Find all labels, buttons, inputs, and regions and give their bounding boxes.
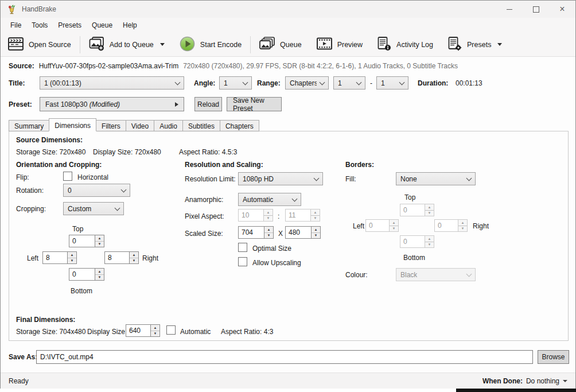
scaled-width-spinner[interactable]: 704 ▲▼ <box>238 226 274 239</box>
presets-panel-button[interactable]: Presets <box>441 35 509 55</box>
spin-down-icon[interactable]: ▼ <box>95 275 104 281</box>
anamorphic-value: Automatic <box>243 196 273 204</box>
tab-filters[interactable]: Filters <box>96 120 126 131</box>
spin-up-icon[interactable]: ▲ <box>130 252 138 258</box>
spinner-buttons: ▲▼ <box>425 204 434 216</box>
display-size-value: 640 <box>126 324 150 337</box>
spin-up-icon[interactable]: ▲ <box>312 227 320 233</box>
close-button[interactable]: × <box>549 1 575 18</box>
spin-down-icon[interactable]: ▼ <box>264 233 273 239</box>
save-as-input[interactable] <box>36 350 533 364</box>
preview-button[interactable]: Preview <box>309 35 370 55</box>
crop-top-spinner[interactable]: 0 ▲▼ <box>69 235 104 247</box>
spin-down-icon[interactable]: ▼ <box>151 331 159 337</box>
tab-subtitles[interactable]: Subtitles <box>182 120 220 131</box>
reload-button[interactable]: Reload <box>194 97 222 111</box>
spin-up-icon[interactable]: ▲ <box>264 227 273 233</box>
pad-top-label: Top <box>404 193 415 201</box>
chevron-down-icon <box>121 187 127 192</box>
save-new-preset-label: Save New Preset <box>233 96 275 112</box>
film-frame-play-icon <box>317 37 332 52</box>
spinner-buttons: ▲▼ <box>311 226 321 239</box>
open-source-button[interactable]: Open Source <box>1 35 79 55</box>
menu-help[interactable]: Help <box>118 19 142 32</box>
menu-bar: File Tools Presets Queue Help <box>1 18 575 33</box>
start-encode-label: Start Encode <box>200 41 242 49</box>
final-dimensions-heading: Final Dimensions: <box>16 316 75 324</box>
add-to-queue-button[interactable]: Add to Queue <box>81 35 172 55</box>
tab-chapters[interactable]: Chapters <box>220 120 259 131</box>
chevron-down-icon <box>314 175 320 181</box>
rotation-label: Rotation: <box>16 187 44 195</box>
title-select[interactable]: 1 (00:01:13) <box>40 76 184 90</box>
allow-upscaling-checkbox[interactable] <box>238 257 247 266</box>
menu-tools[interactable]: Tools <box>26 19 53 32</box>
rotation-select[interactable]: 0 <box>63 184 130 197</box>
scaled-height-spinner[interactable]: 480 ▲▼ <box>285 226 321 239</box>
queue-button[interactable]: Queue <box>252 35 309 55</box>
tab-summary[interactable]: Summary <box>9 120 49 131</box>
dimensions-panel: Source Dimensions: Storage Size: 720x480… <box>9 131 569 341</box>
resolution-limit-select[interactable]: 1080p HD <box>238 172 323 185</box>
fill-select[interactable]: None <box>396 172 476 185</box>
browse-button[interactable]: Browse <box>538 350 569 364</box>
rotation-value: 0 <box>68 187 72 195</box>
tab-dimensions[interactable]: Dimensions <box>49 118 96 131</box>
when-done-dropdown[interactable]: When Done: Do nothing <box>482 377 575 385</box>
activity-log-button[interactable]: Activity Log <box>370 35 441 55</box>
spin-down-icon[interactable]: ▼ <box>130 258 138 264</box>
start-encode-button[interactable]: Start Encode <box>172 35 249 55</box>
flip-label: Flip: <box>16 173 29 181</box>
anamorphic-select[interactable]: Automatic <box>238 193 301 206</box>
range-start-select[interactable]: 1 <box>333 76 365 90</box>
pixel-aspect-y-spinner: 11 ▲▼ <box>285 209 320 222</box>
crop-left-value: 8 <box>42 251 67 264</box>
queue-label: Queue <box>280 41 302 49</box>
save-new-preset-button[interactable]: Save New Preset <box>227 97 282 111</box>
automatic-checkbox[interactable] <box>166 325 176 335</box>
angle-select[interactable]: 1 <box>219 76 252 90</box>
crop-left-spinner[interactable]: 8 ▲▼ <box>42 251 77 264</box>
spinner-buttons: ▲▼ <box>458 219 468 232</box>
toolbar-separator <box>250 36 251 53</box>
cropping-select[interactable]: Custom <box>63 202 124 215</box>
optimal-size-checkbox[interactable] <box>238 243 247 252</box>
pad-bottom-label: Bottom <box>403 254 425 262</box>
crop-bottom-spinner[interactable]: 0 ▲▼ <box>69 268 104 281</box>
minimize-button[interactable] <box>496 1 523 18</box>
source-storage-size: Storage Size: 720x480 <box>16 148 85 156</box>
document-gear-icon <box>448 37 462 53</box>
resolution-limit-value: 1080p HD <box>243 175 274 183</box>
spinner-buttons: ▲▼ <box>67 251 77 264</box>
maximize-button[interactable] <box>523 1 549 18</box>
source-display-size: Display Size: 720x480 <box>93 148 161 156</box>
spin-up-icon[interactable]: ▲ <box>95 269 104 275</box>
menu-file[interactable]: File <box>5 19 26 32</box>
orientation-heading: Orientation and Cropping: <box>16 161 102 169</box>
spin-down-icon[interactable]: ▼ <box>312 233 320 239</box>
tab-audio[interactable]: Audio <box>154 120 183 131</box>
cropping-label: Cropping: <box>16 205 46 213</box>
spin-up-icon[interactable]: ▲ <box>151 325 159 331</box>
menu-queue[interactable]: Queue <box>87 19 118 32</box>
source-label: Source: <box>9 62 34 70</box>
range-mode-select[interactable]: Chapters <box>285 76 329 90</box>
spin-up-icon: ▲ <box>458 220 467 226</box>
spin-up-icon[interactable]: ▲ <box>95 235 104 242</box>
flip-horizontal-checkbox[interactable] <box>63 172 72 181</box>
spin-down-icon[interactable]: ▼ <box>68 258 76 264</box>
display-size-spinner[interactable]: 640 ▲▼ <box>126 324 160 337</box>
spin-up-icon: ▲ <box>264 209 273 216</box>
cropping-value: Custom <box>68 205 91 213</box>
menu-presets[interactable]: Presets <box>53 19 87 32</box>
spin-up-icon[interactable]: ▲ <box>68 252 76 258</box>
preset-select-button[interactable]: Fast 1080p30 (Modified) <box>40 97 184 111</box>
pad-left-value: 0 <box>365 219 389 232</box>
crop-right-spinner[interactable]: 8 ▲▼ <box>104 251 139 264</box>
spin-down-icon[interactable]: ▼ <box>95 242 104 247</box>
range-end-select[interactable]: 1 <box>376 76 408 90</box>
filmstrip-icon <box>8 37 24 52</box>
tab-video[interactable]: Video <box>126 120 154 131</box>
triangle-right-icon <box>175 102 178 107</box>
maximize-icon <box>533 6 539 13</box>
